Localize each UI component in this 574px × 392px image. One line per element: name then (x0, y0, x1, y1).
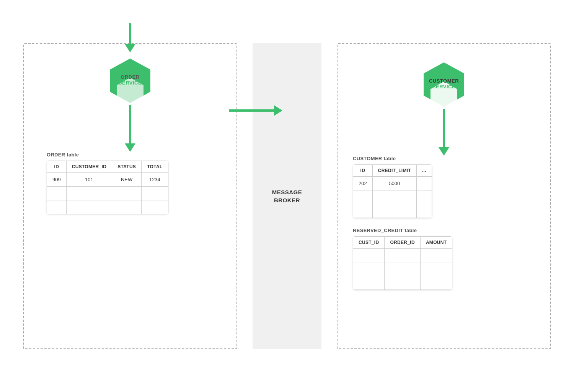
reserved-credit-table-row (353, 262, 452, 276)
order-cell-customer-id: 101 (66, 172, 112, 186)
order-table: ID CUSTOMER_ID STATUS TOTAL 909 101 (47, 161, 168, 214)
order-tables-area: ORDER table ID CUSTOMER_ID STATUS TOTAL (24, 152, 236, 214)
message-broker-box: MESSAGE BROKER (253, 43, 321, 349)
customer-cell-empty (372, 190, 416, 204)
customer-col-more: ... (416, 164, 432, 176)
order-service-hex-wrapper: ORDER SERVICE (105, 55, 155, 105)
order-arrow-line (129, 105, 131, 143)
reserved-col-amount: AMOUNT (420, 236, 452, 248)
customer-service-hex-wrapper: CUSTOMER SERVICE (419, 59, 469, 109)
customer-down-arrow (439, 109, 449, 156)
reserved-cell-empty (385, 276, 420, 290)
inner-layout: ORDER SERVICE ORDER table (23, 24, 551, 368)
customer-table: ID CREDIT_LIMIT ... 202 5000 (353, 164, 432, 218)
order-col-total: TOTAL (142, 161, 168, 172)
order-table-row (47, 186, 168, 200)
customer-arrow-head (439, 147, 449, 156)
order-table-section: ORDER table ID CUSTOMER_ID STATUS TOTAL (47, 152, 168, 214)
broker-label: MESSAGE BROKER (272, 188, 302, 204)
reserved-credit-table-label: RESERVED_CREDIT table (353, 228, 452, 233)
reserved-cell-empty (353, 262, 385, 276)
reserved-cell-empty (420, 276, 452, 290)
customer-cell-empty (372, 204, 416, 218)
order-down-arrow (125, 105, 135, 152)
order-table-row: 909 101 NEW 1234 (47, 172, 168, 186)
order-cell-total: 1234 (142, 172, 168, 186)
order-service-hex: ORDER SERVICE (105, 55, 155, 105)
broker-label-line1: MESSAGE (272, 188, 302, 196)
customer-table-header: ID CREDIT_LIMIT ... (353, 164, 432, 176)
reserved-credit-table: CUST_ID ORDER_ID AMOUNT (353, 236, 452, 290)
customer-table-label: CUSTOMER table (353, 156, 432, 161)
h-arrow-head (274, 105, 282, 116)
customer-cell-empty (353, 190, 373, 204)
top-arrow-head (125, 44, 135, 52)
customer-cell-empty (353, 204, 373, 218)
order-cell-id: 909 (47, 172, 67, 186)
reserved-credit-table-header: CUST_ID ORDER_ID AMOUNT (353, 236, 452, 248)
reserved-credit-table-row (353, 248, 452, 262)
order-col-id: ID (47, 161, 67, 172)
reserved-cell-empty (353, 248, 385, 262)
reserved-cell-empty (385, 248, 420, 262)
reserved-col-order-id: ORDER_ID (385, 236, 420, 248)
order-cell-empty (142, 200, 168, 214)
diagram-container: ORDER SERVICE ORDER table (0, 0, 574, 392)
reserved-credit-table-section: RESERVED_CREDIT table CUST_ID ORDER_ID A… (353, 228, 452, 290)
order-inner: ORDER SERVICE ORDER table (24, 55, 236, 348)
reserved-col-cust-id: CUST_ID (353, 236, 385, 248)
customer-service-hex: CUSTOMER SERVICE (419, 59, 469, 109)
reserved-cell-empty (385, 262, 420, 276)
reserved-cell-empty (353, 276, 385, 290)
order-arrow-head (125, 143, 135, 152)
top-incoming-arrow (125, 23, 135, 52)
customer-cell-empty (416, 204, 432, 218)
customer-inner: CUSTOMER SERVICE CUSTOMER table (338, 59, 550, 290)
customer-service-label: CUSTOMER SERVICE (429, 78, 459, 90)
order-cell-empty (47, 186, 67, 200)
customer-table-row (353, 190, 432, 204)
broker-label-line2: BROKER (272, 196, 302, 204)
customer-service-box: CUSTOMER SERVICE CUSTOMER table (337, 43, 551, 349)
customer-cell-more (416, 176, 432, 190)
customer-table-row: 202 5000 (353, 176, 432, 190)
order-cell-empty (112, 200, 142, 214)
order-cell-empty (142, 186, 168, 200)
top-arrow-line (129, 23, 131, 44)
customer-cell-empty (416, 190, 432, 204)
reserved-cell-empty (420, 248, 452, 262)
order-cell-status: NEW (112, 172, 142, 186)
order-cell-empty (47, 200, 67, 214)
customer-col-id: ID (353, 164, 373, 176)
reserved-cell-empty (420, 262, 452, 276)
order-cell-empty (112, 186, 142, 200)
h-arrow-line (229, 109, 274, 112)
order-col-customer-id: CUSTOMER_ID (66, 161, 112, 172)
order-service-label: ORDER SERVICE (119, 74, 142, 86)
order-cell-empty (66, 186, 112, 200)
customer-table-section: CUSTOMER table ID CREDIT_LIMIT ... (353, 156, 432, 218)
customer-cell-id: 202 (353, 176, 373, 190)
order-table-row (47, 200, 168, 214)
order-col-status: STATUS (112, 161, 142, 172)
customer-cell-credit-limit: 5000 (372, 176, 416, 190)
order-table-header: ID CUSTOMER_ID STATUS TOTAL (47, 161, 168, 172)
order-service-box: ORDER SERVICE ORDER table (23, 43, 237, 349)
order-table-label: ORDER table (47, 152, 168, 158)
order-cell-empty (66, 200, 112, 214)
customer-arrow-line (443, 109, 445, 147)
reserved-credit-table-row (353, 276, 452, 290)
customer-col-credit-limit: CREDIT_LIMIT (372, 164, 416, 176)
customer-table-row (353, 204, 432, 218)
customer-tables-area: CUSTOMER table ID CREDIT_LIMIT ... (338, 156, 550, 290)
h-arrow-to-broker (229, 105, 282, 116)
